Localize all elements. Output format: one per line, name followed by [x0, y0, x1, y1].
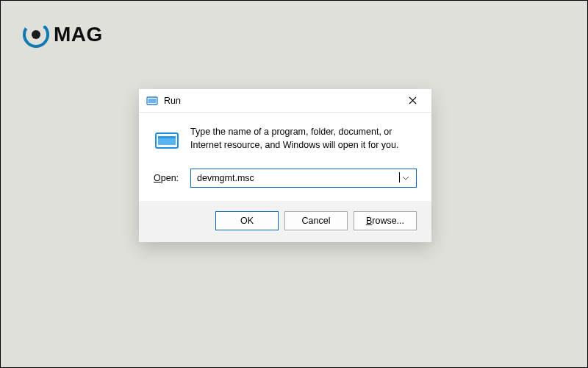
browse-button[interactable]: Browse...	[354, 211, 417, 230]
open-row: Open: devmgmt.msc	[139, 164, 431, 201]
run-app-icon	[154, 127, 180, 154]
browse-button-label: Browse...	[366, 216, 404, 226]
svg-point-1	[32, 30, 40, 39]
run-dialog: Run Type the name of a program, folder, …	[139, 89, 431, 242]
logo-text: MAG	[54, 23, 103, 46]
cancel-button-label: Cancel	[302, 216, 331, 226]
svg-point-2	[43, 26, 46, 29]
close-icon	[409, 96, 417, 105]
brand-logo: MAG	[23, 21, 103, 48]
open-combobox[interactable]: devmgmt.msc	[190, 169, 417, 188]
text-caret	[399, 172, 400, 183]
cancel-button[interactable]: Cancel	[284, 211, 348, 230]
open-label: Open:	[154, 173, 182, 183]
button-row: OK Cancel Browse...	[139, 201, 431, 242]
dialog-title: Run	[164, 96, 399, 106]
dialog-body: Type the name of a program, folder, docu…	[139, 113, 431, 164]
titlebar: Run	[139, 89, 431, 113]
close-button[interactable]	[399, 91, 426, 111]
ok-button-label: OK	[240, 216, 254, 226]
logo-c-icon	[23, 21, 49, 48]
open-combobox-value: devmgmt.msc	[197, 173, 400, 183]
svg-rect-4	[148, 99, 157, 103]
dialog-description: Type the name of a program, folder, docu…	[190, 126, 417, 154]
run-titlebar-icon	[146, 95, 158, 107]
ok-button[interactable]: OK	[215, 211, 279, 230]
svg-rect-9	[158, 136, 176, 138]
chevron-down-icon[interactable]	[400, 176, 412, 180]
